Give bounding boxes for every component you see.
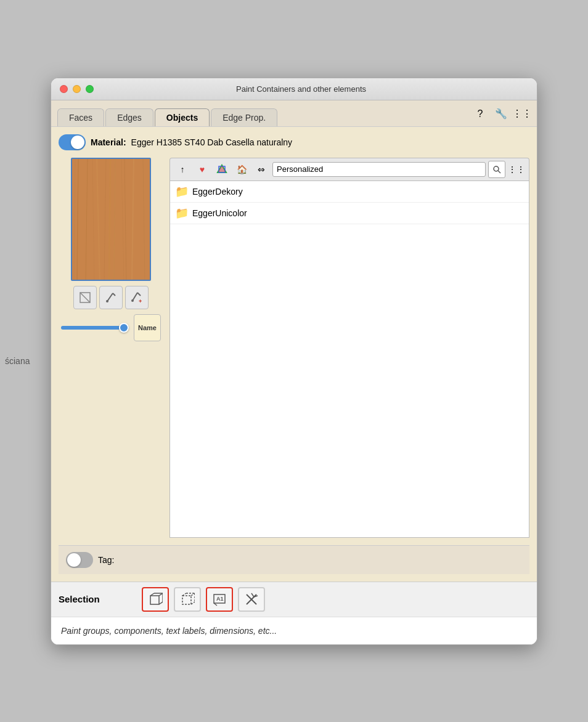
- maximize-button[interactable]: [86, 85, 94, 93]
- material-value: Egger H1385 ST40 Dab Casella naturalny: [131, 137, 293, 147]
- slider-thumb[interactable]: [119, 323, 129, 333]
- selection-label: Selection: [59, 594, 100, 604]
- material-label: Material:: [91, 137, 126, 147]
- eyedropper-add-button[interactable]: +: [125, 286, 149, 309]
- svg-point-26: [494, 166, 499, 171]
- folder-icon: 📁: [175, 185, 189, 198]
- up-icon[interactable]: ↑: [174, 161, 191, 178]
- tag-label: Tag:: [98, 555, 114, 565]
- material-browser: ↑ ♥ 🏠 ⇔: [169, 158, 529, 538]
- tag-toggle[interactable]: [66, 552, 93, 568]
- svg-rect-34: [182, 596, 191, 604]
- info-text: Paint groups, components, text labels, d…: [61, 626, 277, 636]
- svg-line-15: [80, 293, 90, 302]
- info-bar: Paint groups, components, text labels, d…: [51, 617, 537, 644]
- home-icon[interactable]: 🏠: [233, 161, 250, 178]
- material-toggle[interactable]: [59, 134, 86, 150]
- action-buttons: +: [73, 286, 149, 309]
- folder-name: EggerUnicolor: [192, 208, 247, 218]
- tab-edges[interactable]: Edges: [105, 108, 153, 126]
- title-bar: Paint Containers and other elements: [51, 78, 537, 100]
- grid-view-icon[interactable]: ⋮⋮: [508, 161, 525, 178]
- arrows-icon[interactable]: ⇔: [253, 161, 270, 178]
- svg-point-18: [106, 300, 108, 302]
- window-title: Paint Containers and other elements: [99, 84, 504, 94]
- main-content: Material: Egger H1385 ST40 Dab Casella n…: [51, 127, 537, 582]
- clear-material-button[interactable]: [73, 286, 97, 309]
- svg-line-37: [191, 602, 195, 604]
- palette-icon[interactable]: [213, 161, 231, 178]
- tab-faces[interactable]: Faces: [57, 108, 104, 126]
- favorite-icon[interactable]: ♥: [194, 161, 211, 178]
- svg-line-27: [498, 171, 500, 173]
- svg-text:A1: A1: [216, 596, 224, 602]
- material-row: Material: Egger H1385 ST40 Dab Casella n…: [59, 134, 529, 150]
- wood-grain-texture: [72, 159, 150, 280]
- svg-line-31: [159, 602, 163, 604]
- folder-item-eggerunicolor[interactable]: 📁 EggerUnicolor: [170, 203, 529, 224]
- folder-name: EggerDekory: [192, 187, 243, 197]
- main-window: Paint Containers and other elements Face…: [51, 78, 537, 645]
- selection-row: Selection: [51, 582, 537, 617]
- eyedropper-button[interactable]: [99, 286, 123, 309]
- minimize-button[interactable]: [73, 85, 81, 93]
- search-input[interactable]: [272, 162, 486, 177]
- settings-icon[interactable]: 🔧: [492, 105, 510, 123]
- folder-icon: 📁: [175, 206, 189, 220]
- tab-edge-prop[interactable]: Edge Prop.: [211, 108, 277, 126]
- svg-line-19: [137, 293, 141, 296]
- tag-row: Tag:: [59, 545, 529, 574]
- browser-toolbar: ↑ ♥ 🏠 ⇔: [169, 158, 529, 180]
- grid-icon[interactable]: ⋮⋮: [513, 105, 531, 123]
- left-panel: + Name: [59, 158, 163, 538]
- content-area: + Name ↑: [59, 158, 529, 538]
- tabs-bar: Faces Edges Objects Edge Prop. ? 🔧 ⋮⋮: [51, 100, 537, 127]
- search-button[interactable]: [488, 161, 505, 178]
- svg-line-45: [251, 593, 254, 597]
- svg-line-20: [133, 293, 137, 301]
- material-preview: [71, 158, 151, 281]
- opacity-slider[interactable]: [61, 326, 129, 330]
- close-button[interactable]: [60, 85, 68, 93]
- outside-label: ściana: [0, 351, 35, 371]
- slider-row: Name: [59, 314, 163, 341]
- select-solid-box-button[interactable]: [142, 587, 169, 612]
- svg-rect-13: [72, 159, 150, 280]
- svg-line-17: [107, 293, 113, 301]
- select-cross-tool-button[interactable]: [238, 587, 265, 612]
- select-wire-box-button[interactable]: [174, 587, 201, 612]
- select-text-label-button[interactable]: A1: [206, 587, 233, 612]
- folder-list: 📁 EggerDekory 📁 EggerUnicolor: [169, 180, 529, 538]
- tab-objects[interactable]: Objects: [155, 108, 210, 126]
- folder-item-eggerdekory[interactable]: 📁 EggerDekory: [170, 181, 529, 203]
- name-button[interactable]: Name: [134, 314, 161, 341]
- svg-text:+: +: [139, 298, 142, 304]
- svg-rect-28: [150, 596, 159, 604]
- help-icon[interactable]: ?: [472, 105, 489, 123]
- svg-point-21: [131, 299, 134, 302]
